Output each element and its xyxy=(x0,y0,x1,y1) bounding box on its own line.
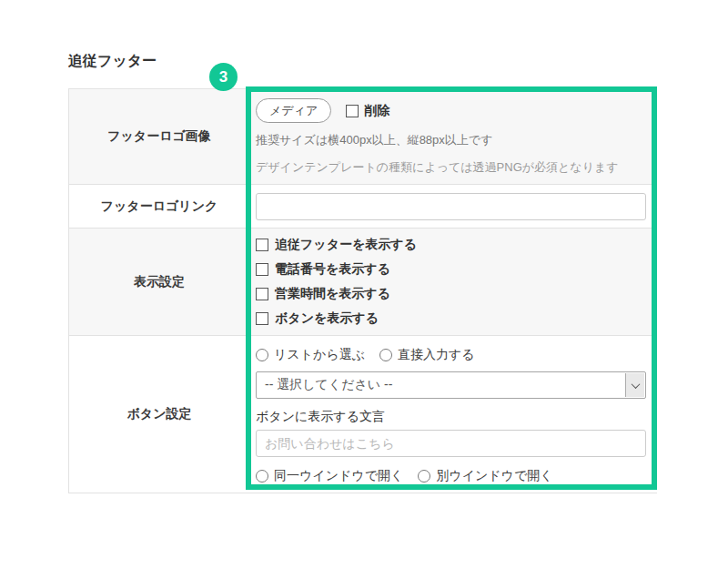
radio-label: リストから選ぶ xyxy=(274,347,365,363)
row-label-display-settings: 表示設定 xyxy=(69,229,249,335)
checkbox-icon xyxy=(256,312,268,325)
media-line: メディア 削除 xyxy=(256,98,646,123)
link-target-select[interactable]: -- 選択してください -- xyxy=(256,371,646,399)
row-content-button-settings: リストから選ぶ 直接入力する -- 選択してください -- ボタンに表示する文言 xyxy=(249,336,657,493)
row-label-footer-logo-link: フッターロゴリンク xyxy=(69,185,249,228)
row-content-display-settings: 追従フッターを表示する 電話番号を表示する 営業時間を表示する ボタンを表示する xyxy=(249,229,657,335)
checkbox-show-phone-number[interactable]: 電話番号を表示する xyxy=(256,260,646,279)
display-settings-checkbox-list: 追従フッターを表示する 電話番号を表示する 営業時間を表示する ボタンを表示する xyxy=(256,229,646,328)
checkbox-show-sticky-footer[interactable]: 追従フッターを表示する xyxy=(256,236,646,254)
delete-checkbox[interactable]: 削除 xyxy=(346,103,389,119)
select-value: -- 選択してください -- xyxy=(265,377,392,393)
button-text-label: ボタンに表示する文言 xyxy=(256,409,646,425)
media-button[interactable]: メディア xyxy=(256,98,331,123)
row-label-footer-logo-image: フッターロゴ画像 xyxy=(69,89,249,184)
radio-label: 直接入力する xyxy=(398,347,475,363)
step-badge: 3 xyxy=(209,63,238,91)
page-title: 追従フッター xyxy=(68,52,157,71)
row-content-footer-logo-link xyxy=(249,185,657,228)
radio-label: 同一ウインドウで開く xyxy=(274,468,403,484)
button-text-input[interactable] xyxy=(256,430,646,457)
checkbox-icon xyxy=(256,239,268,251)
window-target-radio-group: 同一ウインドウで開く 別ウインドウで開く xyxy=(256,468,646,484)
radio-new-window[interactable]: 別ウインドウで開く xyxy=(418,468,552,484)
radio-direct-input[interactable]: 直接入力する xyxy=(379,347,475,363)
radio-icon xyxy=(418,470,430,483)
select-arrow-button xyxy=(625,373,644,397)
link-source-radio-group: リストから選ぶ 直接入力する xyxy=(256,347,646,363)
delete-checkbox-label: 削除 xyxy=(364,103,389,119)
checkbox-icon xyxy=(346,105,359,117)
footer-logo-link-input[interactable] xyxy=(256,193,646,220)
row-content-footer-logo-image: メディア 削除 推奨サイズは横400px以上、縦88px以上です デザインテンプ… xyxy=(249,89,657,184)
checkbox-show-business-hours[interactable]: 営業時間を表示する xyxy=(256,285,646,303)
row-footer-logo-image: フッターロゴ画像 メディア 削除 推奨サイズは横400px以上、縦88px以上で… xyxy=(69,89,657,185)
checkbox-label: ボタンを表示する xyxy=(275,310,379,327)
settings-table: フッターロゴ画像 メディア 削除 推奨サイズは横400px以上、縦88px以上で… xyxy=(68,88,657,493)
radio-icon xyxy=(256,470,268,483)
radio-label: 別ウインドウで開く xyxy=(436,468,552,484)
radio-icon xyxy=(379,349,392,361)
radio-icon xyxy=(256,349,268,361)
row-label-button-settings: ボタン設定 xyxy=(69,336,249,493)
recommended-size-hint: 推奨サイズは横400px以上、縦88px以上です xyxy=(256,132,646,148)
checkbox-label: 営業時間を表示する xyxy=(275,286,390,302)
row-button-settings: ボタン設定 リストから選ぶ 直接入力する -- 選択してください -- xyxy=(69,336,657,493)
radio-same-window[interactable]: 同一ウインドウで開く xyxy=(256,468,403,484)
checkbox-label: 電話番号を表示する xyxy=(275,261,390,278)
checkbox-icon xyxy=(256,288,268,300)
checkbox-icon xyxy=(256,263,268,276)
checkbox-show-button[interactable]: ボタンを表示する xyxy=(256,310,646,328)
radio-select-from-list[interactable]: リストから選ぶ xyxy=(256,347,365,363)
chevron-down-icon xyxy=(631,380,640,389)
row-footer-logo-link: フッターロゴリンク xyxy=(69,185,657,229)
checkbox-label: 追従フッターを表示する xyxy=(275,237,417,253)
row-display-settings: 表示設定 追従フッターを表示する 電話番号を表示する 営業時間を表示する xyxy=(69,229,657,336)
transparent-png-hint: デザインテンプレートの種類によっては透過PNGが必須となります xyxy=(256,159,646,176)
sticky-footer-settings-page: 追従フッター フッターロゴ画像 メディア 削除 推奨サイズは横400px以上、縦… xyxy=(0,0,728,569)
